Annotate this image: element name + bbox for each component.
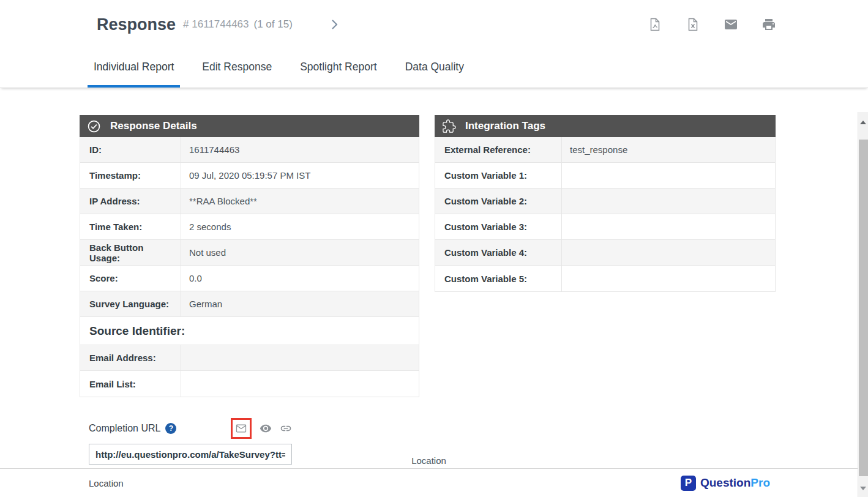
row-label: Back Button Usage:: [80, 240, 181, 265]
location-label: Location: [89, 478, 124, 488]
response-id: # 1611744463: [183, 18, 249, 31]
row-label: Email List:: [80, 371, 181, 397]
table-row: IP Address: **RAA Blocked**: [80, 189, 419, 214]
table-row: Score: 0.0: [80, 266, 419, 291]
scroll-up-icon: [860, 121, 866, 124]
report-content: Response Details ID: 1611744463 Timestam…: [0, 88, 868, 497]
row-label: IP Address:: [80, 189, 181, 214]
table-row: Custom Variable 2:: [435, 189, 775, 214]
response-position: (1 of 15): [254, 18, 293, 31]
row-value: 1611744463: [181, 137, 419, 162]
row-label: Timestamp:: [80, 163, 181, 188]
panel-title: Response Details: [110, 120, 197, 132]
integration-tags-panel: Integration Tags External Reference: tes…: [435, 115, 776, 397]
scroll-down-icon: [860, 487, 866, 490]
brand-text-pro: Pro: [750, 476, 770, 489]
tab-label: Edit Response: [202, 61, 272, 73]
report-tab[interactable]: Data Quality: [399, 49, 470, 88]
email-icon[interactable]: [724, 17, 738, 32]
section-divider: [0, 468, 859, 469]
row-value: Not used: [181, 240, 419, 265]
row-label: Email Address:: [80, 345, 181, 370]
integration-tags-table: External Reference: test_response Custom…: [435, 137, 776, 292]
row-value: [562, 240, 775, 265]
row-value: 0.0: [181, 266, 419, 291]
row-value: German: [181, 291, 419, 316]
next-response-button[interactable]: [327, 17, 342, 32]
table-row: Back Button Usage: Not used: [80, 240, 419, 266]
page-title: Response: [97, 15, 176, 34]
vertical-scrollbar[interactable]: [858, 112, 868, 497]
check-circle-icon: [87, 119, 101, 133]
row-value: test_response: [562, 137, 775, 162]
scrollbar-thumb[interactable]: [859, 140, 868, 476]
row-label: Custom Variable 1:: [435, 163, 562, 188]
row-label: Source Identifier:: [80, 317, 190, 345]
send-url-email-button[interactable]: [231, 418, 252, 439]
top-bar: Response # 1611744463 (1 of 15): [0, 0, 868, 49]
table-row: Source Identifier:: [80, 317, 419, 345]
row-value: 09 Jul, 2020 05:19:57 PM IST: [181, 163, 419, 188]
row-label: Custom Variable 4:: [435, 240, 562, 265]
table-row: Custom Variable 4:: [435, 240, 775, 266]
tab-label: Spotlight Report: [300, 61, 377, 73]
row-label: External Reference:: [435, 137, 562, 162]
table-row: Email Address:: [80, 345, 419, 371]
tab-label: Data Quality: [405, 61, 464, 73]
row-value: **RAA Blocked**: [181, 189, 419, 214]
table-row: Custom Variable 3:: [435, 214, 775, 240]
row-value: [562, 189, 775, 214]
row-label: Time Taken:: [80, 214, 181, 239]
row-label: Custom Variable 3:: [435, 214, 562, 239]
brand-text-question: Question: [700, 476, 750, 489]
print-icon[interactable]: [761, 17, 776, 32]
questionpro-logo[interactable]: P QuestionPro: [681, 476, 770, 491]
pdf-export-icon[interactable]: [648, 17, 662, 32]
row-value: [562, 163, 775, 188]
response-details-table: ID: 1611744463 Timestamp: 09 Jul, 2020 0…: [80, 137, 419, 397]
envelope-icon: [235, 422, 247, 435]
scroll-up-button[interactable]: [858, 117, 868, 127]
row-label: Score:: [80, 266, 181, 291]
row-value: 2 seconds: [181, 214, 419, 239]
table-row: Custom Variable 1:: [435, 163, 775, 189]
help-icon[interactable]: ?: [165, 423, 176, 434]
table-row: Email List:: [80, 371, 419, 397]
report-tab[interactable]: Spotlight Report: [294, 49, 383, 88]
table-row: ID: 1611744463: [80, 137, 419, 163]
tab-label: Individual Report: [94, 61, 174, 73]
row-label: Survey Language:: [80, 291, 181, 316]
report-tab[interactable]: Edit Response: [196, 49, 278, 88]
completion-url-label: Completion URL: [89, 423, 160, 434]
view-url-eye-icon[interactable]: [260, 422, 272, 435]
table-row: Time Taken: 2 seconds: [80, 214, 419, 240]
row-label: Custom Variable 2:: [435, 189, 562, 214]
report-tabs: Individual Report Edit Response Spotligh…: [0, 49, 868, 88]
export-toolbar: [648, 17, 776, 32]
row-value: [181, 371, 419, 397]
footer-row: Location P QuestionPro: [89, 474, 770, 491]
excel-export-icon[interactable]: [686, 17, 700, 32]
response-details-panel: Response Details ID: 1611744463 Timestam…: [80, 115, 419, 397]
scroll-down-button[interactable]: [858, 483, 868, 493]
row-label: Custom Variable 5:: [435, 266, 562, 291]
table-row: Timestamp: 09 Jul, 2020 05:19:57 PM IST: [80, 163, 419, 189]
report-tab[interactable]: Individual Report: [88, 49, 180, 88]
table-row: Custom Variable 5:: [435, 266, 775, 291]
table-row: Survey Language: German: [80, 291, 419, 317]
row-value: [562, 266, 775, 291]
row-label: ID:: [80, 137, 181, 162]
questionpro-logo-mark: P: [681, 476, 696, 491]
location-section-title: Location: [0, 455, 858, 466]
chevron-right-icon: [327, 17, 342, 32]
puzzle-icon: [442, 119, 456, 133]
panel-title: Integration Tags: [465, 120, 545, 132]
copy-link-icon[interactable]: [280, 422, 292, 435]
row-value: [181, 345, 419, 370]
table-row: External Reference: test_response: [435, 137, 775, 163]
row-value: [562, 214, 775, 239]
